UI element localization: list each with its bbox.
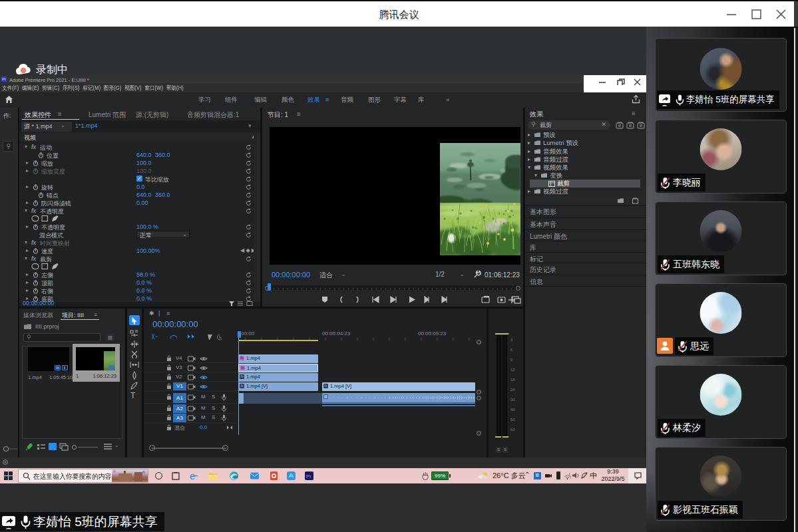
- svg-text:Pr: Pr: [306, 473, 311, 479]
